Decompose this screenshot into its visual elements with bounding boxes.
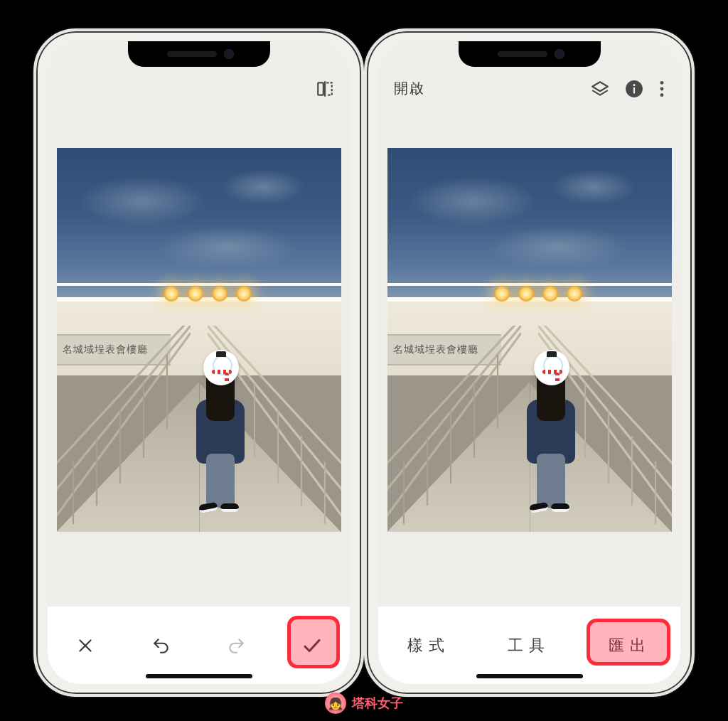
building-sign: 名城域埕表會樓廳 — [387, 334, 501, 365]
photo-canvas[interactable]: 名城域埕表會樓廳 — [48, 105, 350, 606]
watermark: 👧 塔科女子 — [325, 693, 403, 714]
home-indicator — [476, 674, 583, 678]
screen: 名城域埕表會樓廳 — [48, 41, 350, 684]
notch — [128, 41, 270, 67]
edit-bottombar — [48, 606, 350, 684]
styles-button[interactable]: 樣式 — [378, 635, 479, 656]
compare-icon[interactable] — [316, 80, 334, 98]
snowman-sticker — [203, 350, 239, 385]
undo-button[interactable] — [123, 607, 198, 684]
photo-canvas[interactable]: 名城域埕表會樓廳 — [378, 105, 680, 606]
home-indicator — [146, 674, 252, 678]
close-button[interactable] — [48, 607, 123, 684]
watermark-icon: 👧 — [325, 693, 346, 714]
screen: 開啟 — [378, 41, 680, 684]
snapseed-main-screen: 開啟 — [378, 41, 680, 684]
phone-left: 名城域埕表會樓廳 — [33, 28, 364, 697]
info-icon[interactable] — [625, 80, 643, 98]
svg-point-25 — [633, 84, 635, 86]
svg-point-28 — [660, 93, 664, 97]
more-icon[interactable] — [659, 80, 665, 98]
phone-right: 開啟 — [364, 28, 695, 697]
notch — [459, 41, 601, 67]
main-bottombar: 樣式 工具 匯出 — [378, 606, 680, 684]
snowman-sticker — [534, 350, 569, 385]
svg-marker-22 — [592, 82, 608, 91]
phone-pair: 名城域埕表會樓廳 — [0, 0, 728, 697]
person — [523, 347, 579, 511]
highlight-confirm — [287, 616, 340, 668]
building-sign: 名城域埕表會樓廳 — [57, 334, 171, 365]
layers-icon[interactable] — [591, 80, 609, 98]
svg-rect-0 — [318, 82, 323, 95]
svg-rect-24 — [633, 87, 635, 94]
watermark-text: 塔科女子 — [352, 695, 403, 712]
edited-photo: 名城域埕表會樓廳 — [387, 148, 672, 532]
svg-point-27 — [660, 87, 664, 91]
redo-button[interactable] — [199, 607, 274, 684]
open-button[interactable]: 開啟 — [394, 79, 425, 98]
person — [192, 347, 249, 511]
tools-button[interactable]: 工具 — [479, 635, 580, 656]
highlight-export — [587, 619, 670, 666]
snapseed-edit-screen: 名城域埕表會樓廳 — [48, 41, 350, 684]
svg-point-26 — [660, 81, 664, 85]
edited-photo: 名城域埕表會樓廳 — [57, 148, 341, 532]
